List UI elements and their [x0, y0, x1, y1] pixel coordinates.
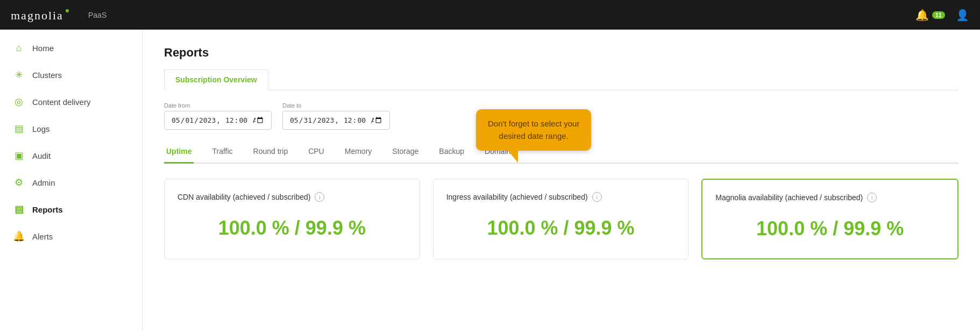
- alerts-icon: 🔔: [13, 230, 25, 242]
- card-value-cdn: 100.0 % / 99.9 %: [177, 212, 407, 245]
- layout: ⌂ Home✳ Clusters◎ Content delivery▤ Logs…: [0, 30, 980, 331]
- tooltip-text: Don't forget to select yourdesired date …: [488, 119, 579, 140]
- tooltip-wrapper: Don't forget to select yourdesired date …: [476, 109, 591, 151]
- magnolia-logo: magnolia PaaS: [11, 8, 106, 23]
- user-menu-button[interactable]: 👤: [956, 9, 969, 22]
- tab-subscription-overview[interactable]: Subscription Overview: [164, 69, 268, 90]
- card-title-ingress: Ingress availability (achieved / subscri…: [446, 192, 676, 202]
- svg-point-1: [66, 9, 69, 12]
- notification-badge: 11: [932, 11, 945, 19]
- paas-label: PaaS: [88, 11, 106, 19]
- date-from-group: Date from: [164, 102, 272, 130]
- main-content: Reports Subscription Overview Date from …: [143, 30, 980, 331]
- card-value-magnolia: 100.0 % / 99.9 %: [715, 212, 945, 245]
- content-delivery-icon: ◎: [13, 96, 25, 108]
- card-title-magnolia: Magnolia availability (achieved / subscr…: [715, 193, 945, 202]
- home-icon: ⌂: [13, 43, 25, 54]
- card-ingress: Ingress availability (achieved / subscri…: [433, 179, 689, 259]
- magnolia-logo-svg: magnolia: [11, 8, 81, 23]
- sidebar-item-label: Logs: [32, 124, 50, 133]
- nav-right: 🔔 11 👤: [915, 9, 969, 22]
- sidebar-item-alerts[interactable]: 🔔 Alerts: [0, 223, 142, 250]
- clusters-icon: ✳: [13, 69, 25, 81]
- info-icon-cdn[interactable]: i: [315, 192, 324, 202]
- sub-tab-storage[interactable]: Storage: [390, 143, 421, 164]
- sidebar-item-clusters[interactable]: ✳ Clusters: [0, 61, 142, 88]
- top-nav: magnolia PaaS 🔔 11 👤: [0, 0, 980, 30]
- card-title-cdn: CDN availability (achieved / subscribed)…: [177, 192, 407, 202]
- info-icon-ingress[interactable]: i: [592, 192, 602, 202]
- sub-tab-traffic[interactable]: Traffic: [210, 143, 235, 164]
- date-from-label: Date from: [164, 102, 272, 109]
- sidebar-item-label: Content delivery: [32, 97, 90, 107]
- cards-row: CDN availability (achieved / subscribed)…: [164, 179, 958, 259]
- svg-text:magnolia: magnolia: [11, 9, 63, 22]
- card-magnolia: Magnolia availability (achieved / subscr…: [701, 179, 958, 259]
- sub-tab-uptime[interactable]: Uptime: [164, 143, 194, 164]
- admin-icon: ⚙: [13, 177, 25, 188]
- sidebar-item-reports[interactable]: ▤ Reports: [0, 196, 142, 223]
- logs-icon: ▤: [13, 123, 25, 135]
- nav-left: magnolia PaaS: [11, 8, 106, 23]
- sidebar-item-label: Alerts: [32, 232, 53, 241]
- page-title: Reports: [164, 46, 958, 60]
- date-to-label: Date to: [282, 102, 390, 109]
- sidebar-item-home[interactable]: ⌂ Home: [0, 35, 142, 61]
- bell-icon: 🔔: [915, 9, 929, 22]
- date-to-input[interactable]: [282, 111, 390, 130]
- notifications-button[interactable]: 🔔 11: [915, 9, 945, 22]
- audit-icon: ▣: [13, 150, 25, 161]
- tabs-container: Subscription Overview: [164, 69, 958, 90]
- sidebar-item-content-delivery[interactable]: ◎ Content delivery: [0, 88, 142, 115]
- reports-icon: ▤: [13, 203, 25, 215]
- sidebar-item-audit[interactable]: ▣ Audit: [0, 142, 142, 169]
- date-from-input[interactable]: [164, 111, 272, 130]
- sidebar-item-logs[interactable]: ▤ Logs: [0, 115, 142, 142]
- sidebar-item-admin[interactable]: ⚙ Admin: [0, 169, 142, 196]
- tooltip-arrow: [506, 149, 518, 163]
- sidebar-item-label: Clusters: [32, 71, 62, 80]
- sidebar-item-label: Admin: [32, 178, 55, 187]
- sidebar-item-label: Reports: [32, 205, 63, 214]
- sidebar: ⌂ Home✳ Clusters◎ Content delivery▤ Logs…: [0, 30, 143, 331]
- sidebar-item-label: Audit: [32, 151, 51, 160]
- sub-tab-memory[interactable]: Memory: [343, 143, 374, 164]
- sidebar-item-label: Home: [32, 44, 54, 53]
- date-to-group: Date to: [282, 102, 390, 130]
- card-value-ingress: 100.0 % / 99.9 %: [446, 212, 676, 245]
- card-cdn: CDN availability (achieved / subscribed)…: [164, 179, 420, 259]
- tooltip-box: Don't forget to select yourdesired date …: [476, 109, 591, 151]
- sub-tab-backup[interactable]: Backup: [437, 143, 466, 164]
- sub-tab-cpu[interactable]: CPU: [306, 143, 326, 164]
- info-icon-magnolia[interactable]: i: [867, 193, 877, 202]
- sub-tab-round-trip[interactable]: Round trip: [251, 143, 290, 164]
